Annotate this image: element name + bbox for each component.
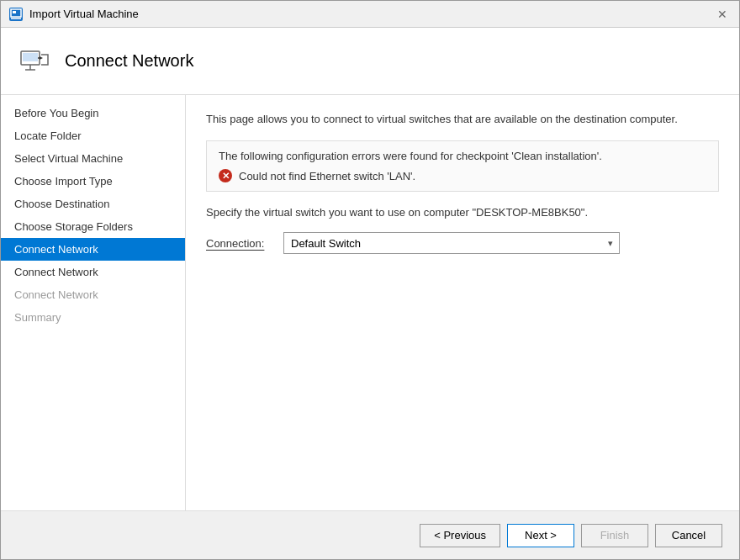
- specify-text: Specify the virtual switch you want to u…: [206, 205, 719, 220]
- previous-button[interactable]: < Previous: [420, 524, 500, 547]
- svg-marker-6: [40, 56, 43, 60]
- connection-label: Connection:: [206, 237, 273, 250]
- error-box: The following configuration errors were …: [206, 140, 719, 192]
- sidebar-item-select-virtual-machine[interactable]: Select Virtual Machine: [1, 147, 185, 170]
- sidebar-item-connect-network-3: Connect Network: [1, 283, 185, 306]
- content-description: This page allows you to connect to virtu…: [206, 112, 719, 127]
- finish-button: Finish: [581, 524, 648, 547]
- svg-rect-4: [23, 53, 38, 61]
- header-section: Connect Network: [1, 28, 739, 95]
- sidebar-item-choose-destination[interactable]: Choose Destination: [1, 193, 185, 215]
- sidebar-item-choose-storage-folders[interactable]: Choose Storage Folders: [1, 215, 185, 238]
- error-icon: ✕: [219, 169, 232, 182]
- sidebar: Before You Begin Locate Folder Select Vi…: [1, 95, 186, 510]
- connection-select-wrapper[interactable]: Default Switch Not Connected: [283, 232, 620, 254]
- sidebar-item-locate-folder[interactable]: Locate Folder: [1, 124, 185, 147]
- next-button[interactable]: Next >: [507, 524, 574, 547]
- error-item: ✕ Could not find Ethernet switch 'LAN'.: [219, 169, 706, 182]
- import-vm-window: Import Virtual Machine ✕ Connect Network…: [0, 0, 740, 560]
- error-title: The following configuration errors were …: [219, 150, 706, 162]
- title-bar: Import Virtual Machine ✕: [1, 1, 739, 28]
- close-button[interactable]: ✕: [714, 6, 731, 23]
- svg-rect-1: [13, 11, 16, 13]
- title-bar-left: Import Virtual Machine: [9, 8, 139, 21]
- header-title: Connect Network: [65, 51, 193, 71]
- sidebar-item-connect-network-1[interactable]: Connect Network: [1, 238, 185, 261]
- error-text: Could not find Ethernet switch 'LAN'.: [239, 170, 415, 182]
- connection-form-row: Connection: Default Switch Not Connected: [206, 232, 719, 254]
- cancel-button[interactable]: Cancel: [655, 524, 722, 547]
- sidebar-item-summary: Summary: [1, 306, 185, 329]
- sidebar-item-before-you-begin[interactable]: Before You Begin: [1, 102, 185, 124]
- window-title: Import Virtual Machine: [29, 8, 139, 20]
- connection-select[interactable]: Default Switch Not Connected: [283, 232, 620, 254]
- sidebar-item-choose-import-type[interactable]: Choose Import Type: [1, 170, 185, 193]
- content-area: This page allows you to connect to virtu…: [186, 95, 739, 510]
- header-icon: [18, 45, 51, 78]
- sidebar-item-connect-network-2[interactable]: Connect Network: [1, 261, 185, 283]
- window-icon: [9, 8, 23, 21]
- footer: < Previous Next > Finish Cancel: [1, 510, 739, 559]
- main-content: Before You Begin Locate Folder Select Vi…: [1, 95, 739, 510]
